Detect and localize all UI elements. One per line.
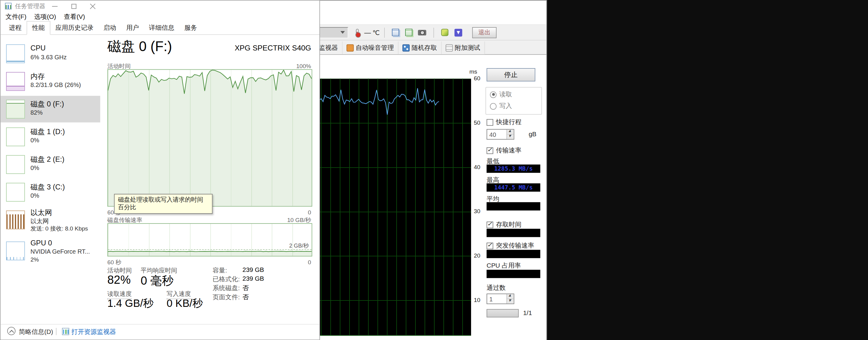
menu-view[interactable]: 查看(V) — [60, 12, 89, 21]
scale-marker-label: 2 GB/秒 — [289, 242, 309, 250]
footer-divider — [1, 324, 319, 325]
disk1-mini-chart — [6, 128, 25, 146]
maximize-button[interactable] — [64, 1, 83, 11]
tooltip: 磁盘处理读取或写入请求的时间百分比 — [114, 194, 212, 214]
download-arrow-icon — [454, 29, 462, 36]
tab-app-history[interactable]: 应用历史记录 — [51, 22, 98, 34]
max-speed-value: 1447.5 MB/s — [487, 183, 540, 192]
checkbox-checked-icon — [487, 243, 493, 249]
menu-file[interactable]: 文件(F) — [2, 12, 30, 21]
stop-button[interactable]: 停止 — [487, 68, 535, 82]
active-time-chart-scale: 100% — [296, 63, 311, 69]
tab-random-access[interactable]: 随机存取 — [398, 42, 441, 54]
dropdown-arrow-icon — [340, 31, 345, 34]
sidebar-item-disk3[interactable]: 磁盘 3 (C:) 0% — [1, 179, 100, 205]
y2-tick: 40 — [474, 163, 480, 170]
tab-startup[interactable]: 启动 — [98, 22, 121, 34]
export-icon — [441, 29, 448, 36]
spin-down-icon[interactable] — [507, 135, 514, 139]
y2-tick: 10 — [474, 296, 480, 303]
copy-color-report-button[interactable] — [402, 26, 416, 39]
progress-bar — [487, 309, 519, 317]
burst-rate-checkbox[interactable]: 突发传输速率 — [487, 242, 534, 250]
copy-report-button[interactable] — [389, 26, 402, 39]
cpu-usage-value — [487, 270, 540, 278]
sidebar-item-memory[interactable]: 内存 8.2/31.9 GB (26%) — [1, 68, 100, 94]
performance-panel: CPU 6% 3.63 GHz 内存 8.2/31.9 GB (26%) 磁盘 … — [1, 35, 319, 340]
capacity-label: 容量: — [212, 266, 227, 275]
taskmgr-titlebar: 任务管理器 — [1, 1, 319, 11]
resource-monitor-icon — [62, 328, 69, 335]
taskmgr-window: 任务管理器 文件(F) 选项(O) 查看(V) 进程 性能 应用历史记录 启动 … — [0, 0, 320, 340]
write-speed-value: 0 KB/秒 — [166, 296, 203, 311]
footer-separator — [56, 328, 57, 335]
screenshot-camera-button[interactable] — [416, 26, 429, 39]
read-speed-value: 1.4 GB/秒 — [107, 296, 153, 311]
tab-extra-tests[interactable]: 附加测试 — [442, 42, 485, 54]
export-button[interactable] — [438, 26, 452, 39]
minimize-button[interactable] — [45, 1, 64, 11]
sidebar-item-gpu[interactable]: GPU 0 NVIDIA GeForce RT... 2% — [1, 237, 100, 267]
menu-options[interactable]: 选项(O) — [30, 12, 60, 21]
sidebar-item-disk2[interactable]: 磁盘 2 (E:) 0% — [1, 151, 100, 178]
tab-services[interactable]: 服务 — [179, 22, 202, 34]
write-radio[interactable]: 写入 — [490, 102, 512, 110]
formatted-label: 已格式化: — [212, 275, 240, 283]
radio-icon — [490, 103, 497, 110]
spin-down-icon[interactable] — [507, 299, 514, 304]
tab-users[interactable]: 用户 — [121, 22, 144, 34]
y2-tick: 60 — [474, 75, 480, 82]
y2-tick: 20 — [474, 252, 480, 259]
pass-count-spinner[interactable]: 1 — [487, 293, 514, 304]
gpu-mini-chart — [6, 242, 25, 260]
memory-mini-chart — [6, 72, 25, 91]
sidebar-item-disk1[interactable]: 磁盘 1 (D:) 0% — [1, 123, 100, 150]
taskmgr-app-icon — [5, 3, 11, 9]
system-disk-value: 否 — [243, 284, 249, 292]
copy-report-icon — [392, 29, 399, 36]
sidebar-item-cpu[interactable]: CPU 6% 3.63 GHz — [1, 40, 100, 67]
checkbox-checked-icon — [487, 147, 493, 154]
y2-tick: 30 — [474, 208, 480, 215]
disk-title: 磁盘 0 (F:) — [107, 37, 172, 55]
temperature-unit: ℃ — [373, 29, 380, 36]
chart2-x-left: 60 秒 — [107, 259, 121, 266]
active-time-chart — [107, 69, 312, 207]
update-download-button[interactable] — [452, 26, 465, 39]
access-time-checkbox[interactable]: 存取时间 — [487, 221, 522, 229]
short-stroke-size-spinner[interactable]: 40 — [487, 129, 514, 140]
toolbar-separator — [384, 27, 385, 37]
chart1-x-right: 0 — [308, 209, 311, 216]
exit-button[interactable]: 退出 — [472, 27, 497, 38]
tab-details[interactable]: 详细信息 — [144, 22, 180, 34]
read-radio[interactable]: 读取 — [490, 90, 512, 98]
y2-axis-unit: ms — [470, 68, 477, 75]
open-resource-monitor-link[interactable]: 打开资源监视器 — [71, 328, 116, 336]
sidebar-item-disk0[interactable]: 磁盘 0 (F:) 82% — [1, 96, 100, 122]
access-time-value — [487, 229, 540, 237]
tab-performance[interactable]: 性能 — [26, 21, 50, 35]
sidebar-item-ethernet[interactable]: 以太网 以太网 发送: 0 接收: 8.0 Kbps — [1, 206, 100, 236]
copy-color-report-icon — [405, 29, 413, 36]
close-button[interactable] — [83, 1, 102, 11]
extra-tests-icon — [445, 45, 453, 52]
tab-aam[interactable]: 自动噪音管理 — [343, 42, 398, 54]
capacity-value: 239 GB — [243, 266, 264, 273]
chart2-x-right: 0 — [308, 259, 311, 265]
short-stroke-unit-label: gB — [529, 131, 536, 138]
camera-icon — [418, 29, 426, 35]
burst-rate-value — [487, 250, 540, 258]
scale-marker-line — [108, 249, 312, 250]
fewer-details-toggle[interactable]: 简略信息(D) — [19, 328, 53, 336]
toolbar-separator — [433, 27, 434, 37]
tab-processes[interactable]: 进程 — [4, 22, 27, 34]
minimize-icon — [52, 6, 57, 6]
disk-model: XPG SPECTRIX S40G — [235, 44, 311, 52]
checkbox-icon — [487, 119, 493, 125]
desktop: HD Tune Pro 5.70 - 硬盘/固态硬盘实用程序 文件(F) 帮助(… — [0, 0, 868, 340]
transfer-rate-checkbox[interactable]: 传输速率 — [487, 146, 522, 154]
taskmgr-menubar: 文件(F) 选项(O) 查看(V) — [1, 11, 319, 22]
short-stroke-checkbox[interactable]: 快捷行程 — [487, 118, 522, 126]
chevron-up-icon[interactable] — [7, 327, 16, 335]
cpu-usage-label: CPU 占用率 — [487, 261, 521, 270]
